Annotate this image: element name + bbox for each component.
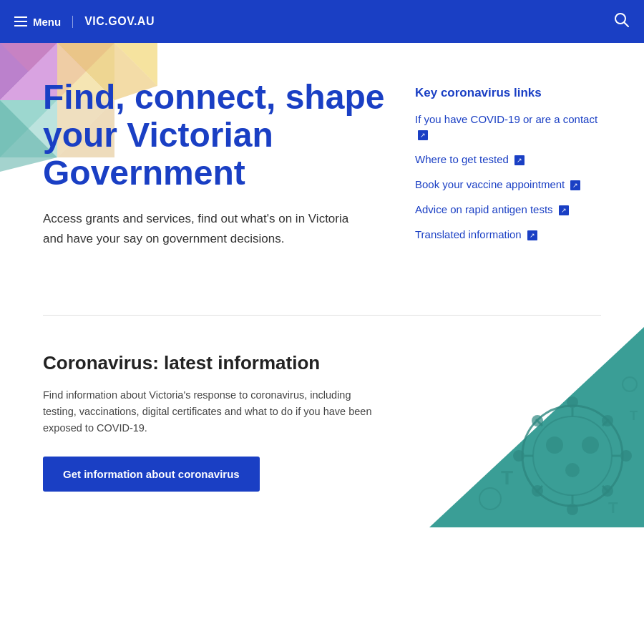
hero-content: Find, connect, shape your Victorian Gove… <box>0 43 644 315</box>
svg-point-20 <box>513 450 525 462</box>
coronavirus-description: Find information about Victoria's respon… <box>43 387 372 437</box>
list-item: Where to get tested <box>415 152 601 167</box>
svg-point-18 <box>567 396 578 408</box>
nav-left: Menu VIC.GOV.AU <box>14 15 155 28</box>
list-item: Translated information <box>415 227 601 242</box>
covid-contact-link[interactable]: If you have COVID-19 or are a contact <box>415 113 597 140</box>
svg-text:T: T <box>501 467 513 489</box>
svg-point-19 <box>567 504 578 515</box>
hero-title: Find, connect, shape your Victorian Gove… <box>43 79 386 192</box>
nav-brand[interactable]: VIC.GOV.AU <box>73 15 155 28</box>
svg-point-34 <box>546 436 563 454</box>
external-link-icon <box>559 205 569 215</box>
where-tested-link[interactable]: Where to get tested <box>415 153 525 165</box>
translated-link[interactable]: Translated information <box>415 228 537 240</box>
list-item: If you have COVID-19 or are a contact <box>415 112 601 142</box>
svg-text:T: T <box>630 409 638 423</box>
list-item: Advice on rapid antigen tests <box>415 202 601 217</box>
svg-marker-15 <box>429 327 644 527</box>
hero-right: Key coronavirus links If you have COVID-… <box>415 79 601 252</box>
svg-line-1 <box>625 22 629 26</box>
svg-point-36 <box>565 463 580 477</box>
key-links-list: If you have COVID-19 or are a contact Wh… <box>415 112 601 242</box>
hamburger-icon <box>14 16 27 26</box>
external-link-icon <box>418 130 428 140</box>
menu-button[interactable]: Menu <box>14 16 73 28</box>
menu-label: Menu <box>33 16 61 28</box>
svg-point-35 <box>582 436 599 454</box>
list-item: Book your vaccine appointment <box>415 177 601 192</box>
hero-left: Find, connect, shape your Victorian Gove… <box>43 79 415 248</box>
hero-subtitle: Access grants and services, find out wha… <box>43 209 358 248</box>
external-link-icon <box>514 155 525 165</box>
key-links-heading: Key coronavirus links <box>415 86 601 100</box>
external-link-icon <box>527 230 537 240</box>
hero-section: Find, connect, shape your Victorian Gove… <box>0 43 644 315</box>
coronavirus-left: Coronavirus: latest information Find inf… <box>43 351 372 492</box>
coronavirus-section: Coronavirus: latest information Find inf… <box>0 316 644 527</box>
navbar: Menu VIC.GOV.AU <box>0 0 644 43</box>
external-link-icon <box>570 180 580 190</box>
vaccine-link[interactable]: Book your vaccine appointment <box>415 178 580 190</box>
search-button[interactable] <box>614 12 630 31</box>
svg-point-21 <box>620 450 632 462</box>
coronavirus-cta-button[interactable]: Get information about coronavirus <box>43 457 260 492</box>
coronavirus-title: Coronavirus: latest information <box>43 351 372 376</box>
svg-text:T: T <box>608 499 618 517</box>
rapid-antigen-link[interactable]: Advice on rapid antigen tests <box>415 203 569 215</box>
coronavirus-illustration: T T T <box>358 327 644 527</box>
